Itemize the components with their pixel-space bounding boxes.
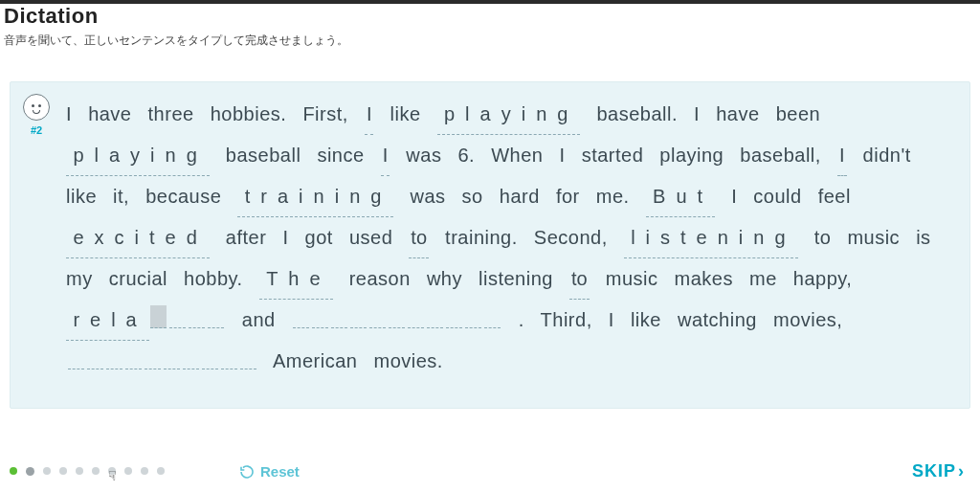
word: have [88,103,131,124]
progress-dot[interactable] [59,467,67,475]
filled-blank[interactable]: listening [624,217,798,258]
word: hobbies. [211,103,287,124]
filled-blank[interactable]: training [237,176,393,217]
word: baseball. [596,103,678,124]
word: When [491,145,543,166]
word: like [631,309,661,330]
filled-blank[interactable]: I [381,135,390,176]
filled-blank[interactable]: excited [66,217,210,258]
progress-dot[interactable] [43,467,51,475]
word: why [427,268,462,289]
progress-dot[interactable] [10,467,17,475]
word: since [317,145,364,166]
word: was [406,145,441,166]
word: I [560,145,566,166]
progress-dot[interactable] [108,467,116,475]
word: makes [675,268,733,289]
word: playing [659,145,724,166]
skip-label: SKIP [912,461,956,481]
word: I [694,103,700,124]
progress-dots [10,467,165,476]
word: 6. [457,145,475,166]
word: it, [113,186,129,207]
progress-dot[interactable] [92,467,100,475]
word: like [390,103,421,124]
word: me. [596,186,630,207]
dictation-panel: #2 I have three hobbies. First, I like p… [10,81,970,409]
skip-button[interactable]: SKIP › [906,460,970,482]
word: reason [349,268,411,289]
filled-blank[interactable]: I [837,135,847,176]
controls-row: Reset SKIP › [10,460,970,482]
filled-blank: rela [66,300,149,341]
filled-blank[interactable]: to [409,217,429,258]
filled-blank[interactable]: I [365,94,374,135]
reset-button[interactable]: Reset [234,462,305,481]
dictation-text[interactable]: I have three hobbies. First, I like play… [66,94,960,381]
word: movies, [773,309,842,330]
word: feel [818,186,851,207]
word: my [66,268,93,289]
word: music [606,268,658,289]
chevron-right-icon: › [958,461,965,481]
input-cursor[interactable] [150,305,167,328]
word: hard [500,186,540,207]
word: baseball, [740,145,821,166]
word: baseball [226,145,301,166]
speaker-avatar [23,94,50,121]
progress-dot[interactable] [157,467,165,475]
word: watching [678,309,757,330]
word: American [273,350,357,371]
word: I [731,186,737,207]
filled-blank[interactable]: to [569,258,590,300]
blank-word[interactable] [66,341,257,381]
word: movies. [374,350,443,371]
word: me [749,268,777,289]
word: I [66,103,72,124]
word: was [410,186,445,207]
word: happy, [793,268,853,289]
word: used [349,227,392,248]
punct: . [519,309,524,330]
word: didn't [863,145,911,166]
progress-dot[interactable] [124,467,132,475]
word: I [609,309,614,330]
word: crucial [109,268,167,289]
progress-dot[interactable] [141,467,148,475]
word: to [814,227,832,248]
word: like [66,186,97,207]
word: after [226,227,267,248]
word: I [282,227,288,248]
word: for [556,186,580,207]
word: First, [302,103,347,124]
filled-blank[interactable]: The [259,258,333,300]
word: and [242,309,276,330]
word: started [582,145,644,166]
page-subtitle: 音声を聞いて、正しいセンテンスをタイプして完成させましょう。 [4,33,976,49]
word: three [148,103,194,124]
speaker-tag: #2 [20,124,53,136]
reset-label: Reset [260,463,300,480]
word: could [753,186,801,207]
blank-word[interactable] [292,300,502,340]
filled-blank[interactable]: But [646,176,715,217]
reset-icon [239,464,255,480]
word: training. [445,227,518,248]
word: Third, [541,309,592,330]
word: got [305,227,333,248]
word: because [145,186,221,207]
word: have [716,103,759,124]
progress-dot[interactable] [26,467,34,476]
word: been [776,103,821,124]
word: is [916,227,930,248]
word: Second, [534,227,608,248]
progress-dot[interactable] [76,467,83,475]
partial-blank[interactable]: rela [66,300,226,341]
filled-blank[interactable]: playing [437,94,581,135]
word: music [847,227,900,248]
word: hobby. [184,268,243,289]
page-title: Dictation [4,4,976,29]
word: so [462,186,483,207]
filled-blank[interactable]: playing [66,135,210,176]
word: listening [479,268,553,289]
